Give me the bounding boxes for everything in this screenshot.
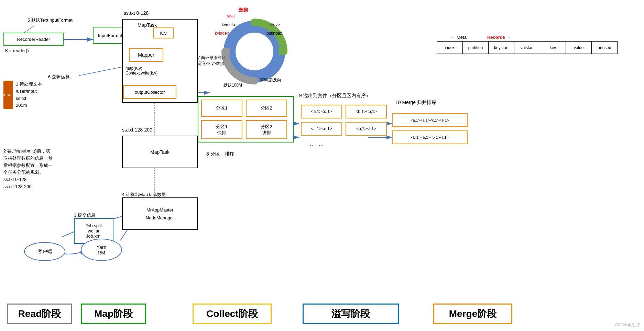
default100m-label: 默认100M	[223, 82, 242, 88]
spill-r2c2-box: <b,1><f,1>	[346, 122, 387, 136]
ring-svg	[220, 17, 289, 86]
merge-r1-box: <a,1><a,1><c,1><e,1>	[392, 113, 468, 127]
kv-box: K,v	[153, 27, 174, 38]
maptask-bottom-box: MapTask	[122, 136, 198, 168]
partition1-sort-box: 分区1 快排	[201, 120, 242, 139]
meta-records-area: ← Meta Records → indexpartitionkeystartv…	[437, 34, 511, 41]
kvdata-label: <k,v>	[270, 22, 280, 27]
data-label: 数据	[239, 7, 248, 13]
percent80-label: 80%,后反向	[260, 77, 281, 83]
spill-r2c1-box: <a,1><e,1>	[301, 122, 342, 136]
sstxt-128200-label: ss.txt 128-200	[122, 127, 152, 133]
svg-point-21	[236, 33, 273, 70]
output-collector-box: outputCollector	[123, 85, 176, 99]
stage-spill: 溢写阶段	[303, 304, 399, 324]
step6-label: 6 逻辑运算	[48, 74, 70, 80]
stage-merge: Merge阶段	[433, 304, 512, 324]
index-label: 索引	[227, 14, 235, 20]
mapper-box: Mapper	[129, 48, 163, 62]
partition1-box: 分区1	[201, 100, 242, 117]
step10-label: 10 Merge 归并排序	[395, 100, 436, 106]
bufindex-label: bufindex	[266, 31, 282, 36]
maptask-top-label: MapTask	[138, 22, 157, 28]
watermark: CSDN @龙_宇	[615, 322, 641, 328]
diagram-container: 5 默认TextInputFormat RecorderReader K,v r…	[0, 0, 644, 331]
step1-group: abcab… 1 待处理文本 /user/input ss.txt 200m	[3, 81, 42, 109]
ellipsis-label: … …	[309, 141, 325, 147]
stage-read: Read阶段	[7, 304, 72, 324]
ring-container: 数据 索引 kvmeta kvindex <k,v> bufindex 默认10…	[220, 17, 289, 87]
merge-r2-box: <b,1><b,1><b,1><f,1>	[392, 130, 468, 144]
step1-text: 1 待处理文本 /user/input ss.txt 200m	[16, 81, 42, 109]
spill-r1c1-box: <a,1><c,1>	[301, 105, 342, 118]
step8-label: 8 分区、排序	[206, 151, 234, 157]
step5-label: 5 默认TextInputFormat	[28, 17, 73, 23]
step3-label: 3 提交信息	[74, 212, 96, 218]
step9-label: 9 溢出到文件（分区且区内有序）	[299, 93, 371, 99]
partition2-sort-box: 分区2 快排	[246, 120, 287, 139]
spill-r1c2-box: <b,1><b,1>	[346, 105, 387, 118]
partition2-box: 分区2	[246, 100, 287, 117]
sstxt-0128-label: ss.txt 0-128	[124, 10, 149, 16]
stage-map: Map阶段	[81, 304, 146, 324]
meta-label: Meta	[457, 35, 467, 40]
step7-label: 7 向环形缓冲区 写入<k,v>数据	[198, 55, 226, 67]
stage-collect: Collect阶段	[193, 304, 272, 324]
client-ellipse: 客户端	[24, 242, 65, 261]
kvindex-label: kvindex	[215, 31, 229, 36]
step2-label: 2 客户端submit()前，获 取待处理数据的信息，然 后根据参数配置，形成一…	[3, 148, 53, 191]
kv-reader-label: K,v reader()	[5, 48, 29, 53]
yarn-rm-ellipse: Yarn RM	[81, 239, 122, 261]
meta-table: indexpartitionkeystartvalstartkeyvalueun…	[437, 41, 618, 54]
mrappmaster-box: MrAppMaster NodeManager	[122, 197, 198, 230]
map-context-label: map(K,v) Context.write(k,v)	[125, 66, 157, 76]
step4-label: 4 计算出MapTask数量	[122, 192, 166, 198]
recorder-reader-box: RecorderReader	[3, 33, 64, 46]
records-header-label: Records	[487, 35, 505, 40]
step1-bar: abcab…	[3, 81, 13, 109]
kvmeta-label: kvmeta	[222, 22, 235, 27]
